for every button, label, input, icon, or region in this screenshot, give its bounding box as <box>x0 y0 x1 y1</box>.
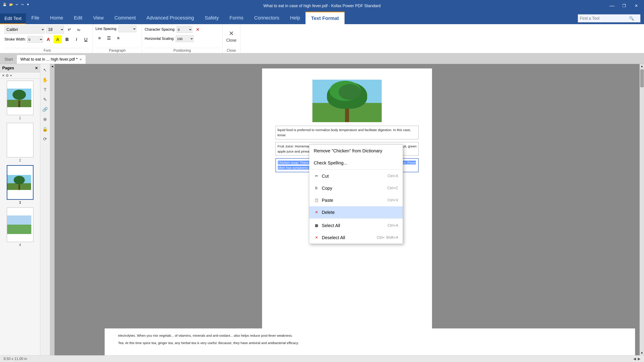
tab-view[interactable]: View <box>88 12 109 24</box>
save-icon[interactable]: 💾 <box>2 2 8 7</box>
font-name-select[interactable]: Calibri <box>4 26 45 34</box>
tab-edit-text[interactable]: Edit Text <box>0 14 26 24</box>
tab-comment[interactable]: Comment <box>109 12 141 24</box>
ctx-check-spelling-label: Check Spelling... <box>314 160 347 166</box>
ctx-deselect-all[interactable]: ✕ Deselect All Ctrl+ Shift+A <box>309 232 403 244</box>
tab-advanced-processing[interactable]: Advanced Processing <box>141 12 200 24</box>
doc-para3: electrolytes. When you mix vegetab... of… <box>118 333 622 338</box>
canvas-area: liquid food is preferred to normalize bo… <box>54 64 640 355</box>
find-search-icon[interactable]: 🔍 <box>629 16 634 21</box>
underline-button[interactable]: U <box>82 35 90 43</box>
sidebar-settings-icon[interactable]: ⚙ <box>6 73 9 78</box>
page-thumbnail-2[interactable]: 2 <box>2 123 38 162</box>
scroll-right-btn[interactable]: ▶ <box>638 357 640 361</box>
subscript-button[interactable]: x₂ <box>75 26 83 34</box>
page-size: 8.50 x 11.00 in <box>4 357 27 361</box>
ctx-copy[interactable]: ⎘ Copy Ctrl+C <box>309 182 403 194</box>
align-center-button[interactable]: ☰ <box>105 34 113 42</box>
open-icon[interactable]: 📂 <box>8 2 14 7</box>
close-button[interactable]: ✕ <box>630 0 642 12</box>
select-all-icon: ▦ <box>314 223 319 228</box>
start-tab[interactable]: Start <box>1 55 16 64</box>
scroll-left-btn[interactable]: ◀ <box>633 357 636 361</box>
bold-button[interactable]: B <box>63 35 71 43</box>
page-num-1: 1 <box>19 116 21 120</box>
context-menu: Remove "Chicken" from Dictionary Check S… <box>309 145 403 244</box>
ribbon-group-font: Calibri 18 x² x₂ Stroke Width: 0 A A B I… <box>2 24 93 53</box>
page-num-2: 2 <box>19 158 21 162</box>
quick-access-toolbar: 💾 📂 ↩ ↪ ▼ <box>2 2 30 7</box>
sidebar-toolbar: ✕ ⚙ ▼ <box>0 73 40 79</box>
tab-text-format[interactable]: Text Format <box>306 12 344 24</box>
font-size-select[interactable]: 18 <box>46 26 64 34</box>
scroll-up-arrow[interactable]: ▲ <box>640 64 644 69</box>
page-thumbnail-3[interactable]: 3 <box>2 165 38 205</box>
positioning-group-label: Positioning <box>145 48 220 53</box>
ctx-copy-shortcut: Ctrl+C <box>387 185 398 191</box>
ctx-separator-2 <box>309 219 403 219</box>
redo-icon[interactable]: ↪ <box>20 2 24 7</box>
ctx-check-spelling[interactable]: Check Spelling... <box>309 157 403 169</box>
close-button-label[interactable]: Close <box>226 38 236 43</box>
character-spacing-select[interactable]: 0 <box>177 26 192 33</box>
tab-home[interactable]: Home <box>45 12 69 24</box>
line-spacing-select[interactable] <box>118 26 136 32</box>
tab-help[interactable]: Help <box>285 12 306 24</box>
horizontal-scaling-select[interactable]: 100 <box>176 35 194 42</box>
font-color-button[interactable]: A <box>44 35 52 43</box>
doc-para1: liquid food is preferred to normalize bo… <box>278 127 416 138</box>
ribbon-group-close: ✕ Close Close <box>222 24 240 53</box>
scroll-down-arrow[interactable]: ▼ <box>640 351 644 355</box>
close-icon-small[interactable]: ✕ <box>194 26 202 34</box>
vertical-scrollbar[interactable]: ▲ ▼ <box>640 64 644 355</box>
ctx-cut[interactable]: ✂ Cut Ctrl+X <box>309 170 403 182</box>
highlight-button[interactable]: A <box>54 35 62 43</box>
stroke-width-select[interactable]: 0 <box>27 36 43 43</box>
minimize-button[interactable]: — <box>606 0 618 12</box>
align-right-button[interactable]: ≡ <box>114 34 122 42</box>
character-spacing-label: Character Spacing: <box>145 28 175 32</box>
more-icon[interactable]: ▼ <box>26 2 30 7</box>
active-doc-tab[interactable]: What to eat in ... high fever.pdf * ✕ <box>16 55 86 64</box>
ctx-select-all-shortcut: Ctrl+A <box>388 223 398 228</box>
search-tool[interactable]: ⟳ <box>41 135 50 143</box>
close-ribbon-icon[interactable]: ✕ <box>229 30 234 37</box>
lock-tool[interactable]: 🔒 <box>41 125 50 133</box>
tab-edit[interactable]: Edit <box>68 12 88 24</box>
sidebar-close-icon[interactable]: ✕ <box>35 66 38 70</box>
link-tool[interactable]: 🔗 <box>41 105 50 114</box>
hand-tool[interactable]: ✋ <box>41 76 50 84</box>
sidebar-dropdown-icon[interactable]: ▼ <box>10 74 12 77</box>
ctx-paste[interactable]: 📋 Paste Ctrl+V <box>309 194 403 206</box>
ctx-delete-label: Delete <box>322 209 335 216</box>
italic-button[interactable]: I <box>72 35 80 43</box>
ctx-deselect-all-label: Deselect All <box>322 234 345 241</box>
page-thumbnail-1[interactable]: 1 <box>2 81 38 120</box>
ctx-select-all[interactable]: ▦ Select All Ctrl+A <box>309 219 403 232</box>
maximize-button[interactable]: ❐ <box>618 0 630 12</box>
sidebar-title: Pages <box>2 66 14 71</box>
stamp-tool[interactable]: ⊕ <box>41 115 50 124</box>
tab-file[interactable]: File <box>26 12 44 24</box>
tab-close-icon[interactable]: ✕ <box>80 58 82 61</box>
tab-forms[interactable]: Forms <box>224 12 249 24</box>
ctx-remove-from-dictionary[interactable]: Remove "Chicken" from Dictionary <box>309 145 403 157</box>
edit-tool[interactable]: ✎ <box>41 95 50 104</box>
document-tabs: Start What to eat in ... high fever.pdf … <box>0 53 644 64</box>
delete-icon: ✕ <box>314 210 319 215</box>
ctx-cut-shortcut: Ctrl+X <box>388 173 398 179</box>
undo-icon[interactable]: ↩ <box>15 2 19 7</box>
scroll-left-up[interactable]: ◀ <box>50 64 54 69</box>
scroll-thumb[interactable] <box>640 69 644 87</box>
tab-safety[interactable]: Safety <box>200 12 224 24</box>
align-left-button[interactable]: ≡ <box>96 34 104 42</box>
ribbon-group-positioning: Character Spacing: 0 ✕ Horizontal Scalin… <box>142 24 222 53</box>
tab-connectors[interactable]: Connectors <box>249 12 285 24</box>
cursor-tool[interactable]: ↖ <box>41 66 50 74</box>
find-tool-input[interactable] <box>580 16 629 21</box>
page-thumbnail-4[interactable]: 4 <box>2 207 38 247</box>
superscript-button[interactable]: x² <box>65 26 73 34</box>
text-tool[interactable]: T <box>41 86 50 94</box>
sidebar-delete-icon[interactable]: ✕ <box>2 73 5 78</box>
ctx-delete[interactable]: ✕ Delete <box>309 206 403 218</box>
